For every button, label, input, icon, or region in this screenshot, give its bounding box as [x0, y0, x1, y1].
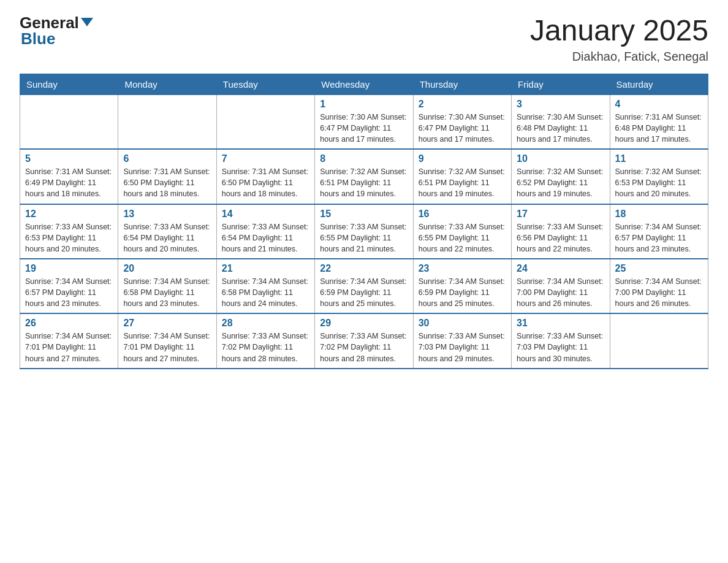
calendar-cell: 29Sunrise: 7:33 AM Sunset: 7:02 PM Dayli… [315, 313, 413, 368]
day-number: 2 [419, 99, 506, 110]
calendar-cell: 19Sunrise: 7:34 AM Sunset: 6:57 PM Dayli… [20, 259, 118, 313]
calendar-cell: 26Sunrise: 7:34 AM Sunset: 7:01 PM Dayli… [20, 313, 118, 368]
calendar-cell: 12Sunrise: 7:33 AM Sunset: 6:53 PM Dayli… [20, 204, 118, 259]
day-info: Sunrise: 7:33 AM Sunset: 6:56 PM Dayligh… [517, 221, 604, 255]
day-number: 10 [517, 153, 604, 164]
day-info: Sunrise: 7:34 AM Sunset: 6:58 PM Dayligh… [222, 276, 309, 309]
day-info: Sunrise: 7:30 AM Sunset: 6:47 PM Dayligh… [320, 112, 408, 145]
calendar-title: January 2025 [530, 15, 708, 47]
calendar-cell: 2Sunrise: 7:30 AM Sunset: 6:47 PM Daylig… [413, 94, 511, 149]
weekday-header-row: SundayMondayTuesdayWednesdayThursdayFrid… [20, 74, 708, 94]
day-info: Sunrise: 7:33 AM Sunset: 7:02 PM Dayligh… [320, 331, 408, 364]
day-number: 25 [615, 263, 703, 274]
day-number: 8 [320, 153, 408, 164]
weekday-header-saturday: Saturday [610, 74, 708, 94]
day-info: Sunrise: 7:32 AM Sunset: 6:52 PM Dayligh… [517, 166, 604, 199]
calendar-cell: 25Sunrise: 7:34 AM Sunset: 7:00 PM Dayli… [610, 259, 708, 313]
calendar-cell [20, 94, 118, 149]
day-number: 19 [25, 263, 113, 274]
calendar-subtitle: Diakhao, Fatick, Senegal [530, 50, 708, 64]
weekday-header-wednesday: Wednesday [315, 74, 413, 94]
day-number: 24 [517, 263, 604, 274]
day-number: 31 [517, 318, 604, 329]
day-info: Sunrise: 7:33 AM Sunset: 7:02 PM Dayligh… [222, 331, 309, 364]
title-block: January 2025 Diakhao, Fatick, Senegal [530, 15, 708, 64]
day-info: Sunrise: 7:32 AM Sunset: 6:51 PM Dayligh… [320, 166, 408, 199]
day-info: Sunrise: 7:32 AM Sunset: 6:51 PM Dayligh… [419, 166, 506, 199]
calendar-cell [610, 313, 708, 368]
weekday-header-monday: Monday [118, 74, 216, 94]
day-info: Sunrise: 7:33 AM Sunset: 6:55 PM Dayligh… [320, 221, 408, 255]
day-info: Sunrise: 7:33 AM Sunset: 6:54 PM Dayligh… [222, 221, 309, 255]
day-number: 4 [615, 99, 703, 110]
day-info: Sunrise: 7:34 AM Sunset: 7:01 PM Dayligh… [123, 331, 211, 364]
day-number: 22 [320, 263, 408, 274]
day-info: Sunrise: 7:32 AM Sunset: 6:53 PM Dayligh… [615, 166, 703, 199]
logo-general-text: General [20, 15, 79, 31]
day-info: Sunrise: 7:34 AM Sunset: 7:00 PM Dayligh… [615, 276, 703, 309]
day-number: 6 [123, 153, 211, 164]
day-info: Sunrise: 7:34 AM Sunset: 7:00 PM Dayligh… [517, 276, 604, 309]
weekday-header-tuesday: Tuesday [216, 74, 314, 94]
day-number: 12 [25, 209, 113, 220]
weekday-header-sunday: Sunday [20, 74, 118, 94]
day-info: Sunrise: 7:31 AM Sunset: 6:49 PM Dayligh… [25, 166, 113, 199]
day-number: 30 [419, 318, 506, 329]
day-number: 9 [419, 153, 506, 164]
day-info: Sunrise: 7:33 AM Sunset: 6:55 PM Dayligh… [419, 221, 506, 255]
calendar-cell: 18Sunrise: 7:34 AM Sunset: 6:57 PM Dayli… [610, 204, 708, 259]
calendar-cell: 9Sunrise: 7:32 AM Sunset: 6:51 PM Daylig… [413, 149, 511, 204]
calendar-cell: 16Sunrise: 7:33 AM Sunset: 6:55 PM Dayli… [413, 204, 511, 259]
day-info: Sunrise: 7:33 AM Sunset: 6:54 PM Dayligh… [123, 221, 211, 255]
week-row-5: 26Sunrise: 7:34 AM Sunset: 7:01 PM Dayli… [20, 313, 708, 368]
calendar-table: SundayMondayTuesdayWednesdayThursdayFrid… [20, 74, 708, 369]
day-number: 5 [25, 153, 113, 164]
calendar-cell: 14Sunrise: 7:33 AM Sunset: 6:54 PM Dayli… [216, 204, 314, 259]
day-number: 17 [517, 209, 604, 220]
calendar-cell: 27Sunrise: 7:34 AM Sunset: 7:01 PM Dayli… [118, 313, 216, 368]
day-info: Sunrise: 7:34 AM Sunset: 6:58 PM Dayligh… [123, 276, 211, 309]
calendar-cell: 22Sunrise: 7:34 AM Sunset: 6:59 PM Dayli… [315, 259, 413, 313]
day-info: Sunrise: 7:34 AM Sunset: 7:01 PM Dayligh… [25, 331, 113, 364]
calendar-cell: 6Sunrise: 7:31 AM Sunset: 6:50 PM Daylig… [118, 149, 216, 204]
day-info: Sunrise: 7:34 AM Sunset: 6:59 PM Dayligh… [320, 276, 408, 309]
day-info: Sunrise: 7:34 AM Sunset: 6:57 PM Dayligh… [615, 221, 703, 255]
day-info: Sunrise: 7:33 AM Sunset: 7:03 PM Dayligh… [517, 331, 604, 364]
day-info: Sunrise: 7:33 AM Sunset: 6:53 PM Dayligh… [25, 221, 113, 255]
day-number: 20 [123, 263, 211, 274]
day-number: 7 [222, 153, 309, 164]
week-row-3: 12Sunrise: 7:33 AM Sunset: 6:53 PM Dayli… [20, 204, 708, 259]
calendar-cell: 11Sunrise: 7:32 AM Sunset: 6:53 PM Dayli… [610, 149, 708, 204]
day-info: Sunrise: 7:30 AM Sunset: 6:47 PM Dayligh… [419, 112, 506, 145]
day-info: Sunrise: 7:31 AM Sunset: 6:50 PM Dayligh… [222, 166, 309, 199]
day-info: Sunrise: 7:30 AM Sunset: 6:48 PM Dayligh… [517, 112, 604, 145]
day-number: 11 [615, 153, 703, 164]
calendar-cell: 8Sunrise: 7:32 AM Sunset: 6:51 PM Daylig… [315, 149, 413, 204]
day-number: 28 [222, 318, 309, 329]
logo-arrow-icon [81, 18, 93, 26]
calendar-cell [118, 94, 216, 149]
week-row-1: 1Sunrise: 7:30 AM Sunset: 6:47 PM Daylig… [20, 94, 708, 149]
calendar-cell: 17Sunrise: 7:33 AM Sunset: 6:56 PM Dayli… [512, 204, 610, 259]
calendar-cell: 7Sunrise: 7:31 AM Sunset: 6:50 PM Daylig… [216, 149, 314, 204]
day-number: 3 [517, 99, 604, 110]
calendar-cell: 20Sunrise: 7:34 AM Sunset: 6:58 PM Dayli… [118, 259, 216, 313]
calendar-cell: 30Sunrise: 7:33 AM Sunset: 7:03 PM Dayli… [413, 313, 511, 368]
calendar-cell: 1Sunrise: 7:30 AM Sunset: 6:47 PM Daylig… [315, 94, 413, 149]
week-row-4: 19Sunrise: 7:34 AM Sunset: 6:57 PM Dayli… [20, 259, 708, 313]
weekday-header-friday: Friday [512, 74, 610, 94]
day-number: 26 [25, 318, 113, 329]
day-info: Sunrise: 7:31 AM Sunset: 6:50 PM Dayligh… [123, 166, 211, 199]
day-number: 29 [320, 318, 408, 329]
calendar-cell: 3Sunrise: 7:30 AM Sunset: 6:48 PM Daylig… [512, 94, 610, 149]
day-info: Sunrise: 7:34 AM Sunset: 6:57 PM Dayligh… [25, 276, 113, 309]
day-info: Sunrise: 7:34 AM Sunset: 6:59 PM Dayligh… [419, 276, 506, 309]
calendar-cell: 31Sunrise: 7:33 AM Sunset: 7:03 PM Dayli… [512, 313, 610, 368]
page-header: General Blue January 2025 Diakhao, Fatic… [20, 15, 708, 64]
calendar-cell: 4Sunrise: 7:31 AM Sunset: 6:48 PM Daylig… [610, 94, 708, 149]
week-row-2: 5Sunrise: 7:31 AM Sunset: 6:49 PM Daylig… [20, 149, 708, 204]
calendar-cell: 10Sunrise: 7:32 AM Sunset: 6:52 PM Dayli… [512, 149, 610, 204]
day-info: Sunrise: 7:31 AM Sunset: 6:48 PM Dayligh… [615, 112, 703, 145]
day-number: 14 [222, 209, 309, 220]
calendar-cell: 15Sunrise: 7:33 AM Sunset: 6:55 PM Dayli… [315, 204, 413, 259]
